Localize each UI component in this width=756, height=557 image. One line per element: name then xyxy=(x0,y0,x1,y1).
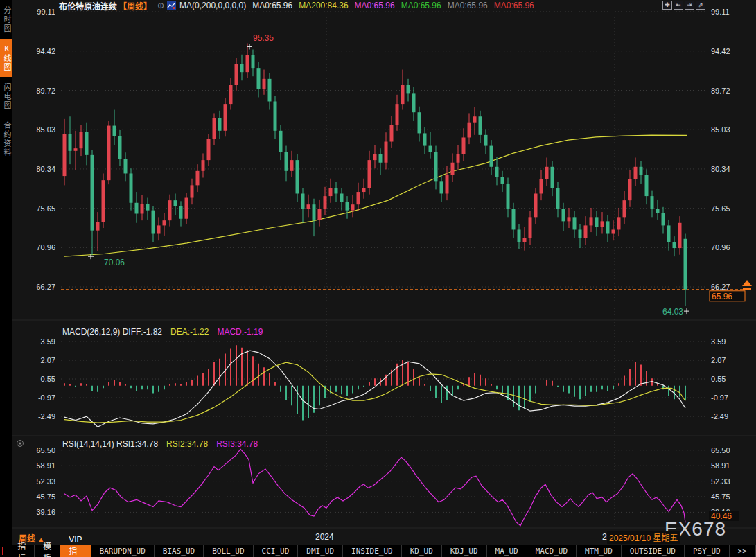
dea-line xyxy=(64,362,685,423)
axis-label: 58.91 xyxy=(711,461,730,470)
axis-label: 66.27 xyxy=(36,283,55,291)
axis-label: 52.33 xyxy=(36,477,55,486)
ma-value-3: MA0:65.96 xyxy=(355,1,395,10)
toolbar-tab-MTMUD[interactable]: MTM_UD xyxy=(577,545,622,557)
toolbar-tab-VIP[interactable]: VIP指标 xyxy=(60,545,91,557)
year-label-2024: 2024 xyxy=(315,532,334,542)
ma200-line xyxy=(64,135,687,256)
axis-label: 75.65 xyxy=(711,204,730,213)
rsi-layer xyxy=(64,449,685,526)
grid-layer xyxy=(12,12,756,528)
last-price-value: 65.96 xyxy=(712,292,732,301)
toolbar-tab-[interactable]: >> xyxy=(730,545,756,557)
charting-app: 99.1199.1194.4294.4289.7289.7285.0385.03… xyxy=(0,0,756,557)
ma-value-1: MA0:65.96 xyxy=(252,1,292,10)
sidebar-item-0[interactable]: 分时图 xyxy=(0,1,12,38)
axis-label: 3.59 xyxy=(711,337,726,346)
axis-label: -2.49 xyxy=(38,412,55,421)
axis-label: 52.33 xyxy=(711,477,730,486)
axis-label: 45.75 xyxy=(711,493,730,501)
label-layer: 99.1199.1194.4294.4289.7289.7285.0385.03… xyxy=(17,8,753,521)
axis-label: 94.42 xyxy=(711,47,730,55)
axis-label: 3.59 xyxy=(41,337,55,346)
toolbar-tab-[interactable]: 指标 xyxy=(9,545,35,557)
axis-label: 94.42 xyxy=(36,47,55,55)
diff-line xyxy=(64,351,685,427)
toolbar-tab-KDUD[interactable]: KD_UD xyxy=(402,545,442,557)
macd-header: MACD(26,12,9) DIFF:-1.82DEA:-1.22MACD:-1… xyxy=(62,327,263,337)
popout-icon[interactable]: ⇗ xyxy=(696,1,705,10)
axis-label: 2.07 xyxy=(711,356,726,364)
axis-label: 80.34 xyxy=(711,165,730,173)
axis-label: 2.07 xyxy=(41,356,55,364)
toolbar-tab-MACDUD[interactable]: MACD_UD xyxy=(527,545,577,557)
sidebar-item-2[interactable]: 闪电图 xyxy=(0,78,12,115)
sidebar-item-1[interactable]: K线图 xyxy=(0,39,12,77)
pan-left-icon[interactable]: ⇤ xyxy=(674,1,683,10)
toolbar-tab-DMIUD[interactable]: DMI_UD xyxy=(298,545,343,557)
axis-label: 66.27 xyxy=(711,283,730,291)
period-tag: 【周线】 xyxy=(118,0,152,12)
rsi-header: RSI(14,14,14) RSI1:34.78RSI2:34.78RSI3:3… xyxy=(62,439,258,449)
ma-value-5: MA0:65.96 xyxy=(448,1,488,10)
axis-label: -2.49 xyxy=(711,412,728,421)
record-square-icon[interactable] xyxy=(2,547,3,555)
ma-value-6: MA0:65.96 xyxy=(494,1,534,10)
toolbar-tab-BIASUD[interactable]: BIAS_UD xyxy=(155,545,204,557)
series-layer xyxy=(61,43,747,525)
axis-label: 70.96 xyxy=(711,243,730,251)
toolbar-tab-[interactable]: 模板 xyxy=(35,545,60,557)
axis-label: -0.97 xyxy=(38,394,55,402)
chart-type-sidebar: 分时图K线图闪电图合约资料 xyxy=(0,0,12,557)
axis-label: 89.72 xyxy=(711,87,730,95)
move-icon[interactable]: ✚ xyxy=(662,1,672,10)
last-low-annotation: 64.03 xyxy=(662,307,683,317)
ma-value-4: MA0:65.96 xyxy=(401,1,441,10)
ma-value-0: MA(0,200,0,0,0,0) xyxy=(179,1,246,10)
axis-label: 0.55 xyxy=(41,375,55,383)
toolbar-tab-INSIDEUD[interactable]: INSIDE_UD xyxy=(343,545,402,557)
axis-label: 65.50 xyxy=(36,446,55,454)
axis-label: 70.96 xyxy=(36,243,55,251)
toolbar-tab-KDJUD[interactable]: KDJ_UD xyxy=(442,545,487,557)
chart-header: 布伦特原油连续 【周线】 ⊕ MA(0,200,0,0,0,0)MA0:65.9… xyxy=(12,0,756,11)
axis-label: 65.50 xyxy=(711,446,730,454)
axis-label: 39.16 xyxy=(36,508,55,516)
axis-label: 75.65 xyxy=(36,204,55,213)
toolbar-tab-BOLLUD[interactable]: BOLL_UD xyxy=(204,545,253,557)
axis-label: 85.03 xyxy=(36,125,55,134)
axis-label: 45.75 xyxy=(36,493,55,501)
toolbar-tab-BARUPDNUD[interactable]: BARUPDN_UD xyxy=(91,545,155,557)
toolbar-tab-CCIUD[interactable]: CCI_UD xyxy=(254,545,299,557)
indicator-toolbar: 指标模板VIP指标BARUPDN_UDBIAS_UDBOLL_UDCCI_UDD… xyxy=(0,545,756,557)
high-annotation: 95.35 xyxy=(253,33,274,43)
chart-style-icon[interactable] xyxy=(167,1,176,10)
axis-label: 80.34 xyxy=(36,165,55,173)
axis-label: 0.55 xyxy=(711,375,726,383)
last-date-label: 2025/01/10 星期五 xyxy=(607,531,680,544)
window-icons: ✚⇤⇥⇗ xyxy=(662,1,705,10)
toolbar-tab-OUTSIDEUD[interactable]: OUTSIDE_UD xyxy=(622,545,685,557)
circle-plus-icon[interactable]: ⊕ xyxy=(157,1,164,10)
sidebar-item-3[interactable]: 合约资料 xyxy=(0,116,12,162)
instrument-title: 布伦特原油连续 xyxy=(59,0,117,12)
axis-label: 89.72 xyxy=(36,87,55,95)
toolbar-tab-PSYUD[interactable]: PSY_UD xyxy=(685,545,730,557)
ma-values: MA(0,200,0,0,0,0)MA0:65.96MA200:84.36MA0… xyxy=(179,1,540,10)
toolbar-tab-MAUD[interactable]: MA_UD xyxy=(487,545,527,557)
ma-value-2: MA200:84.36 xyxy=(299,1,348,10)
price-marker-arrow-icon xyxy=(742,280,752,286)
chart-canvas[interactable]: 99.1199.1194.4294.4289.7289.7285.0385.03… xyxy=(0,0,756,545)
rsi-line xyxy=(64,449,685,526)
axis-label: 85.03 xyxy=(711,125,730,134)
pan-right-icon[interactable]: ⇥ xyxy=(685,1,694,10)
low-annotation: 70.06 xyxy=(104,258,125,267)
axis-label: 58.91 xyxy=(36,461,55,470)
axis-label: -0.97 xyxy=(711,394,728,402)
